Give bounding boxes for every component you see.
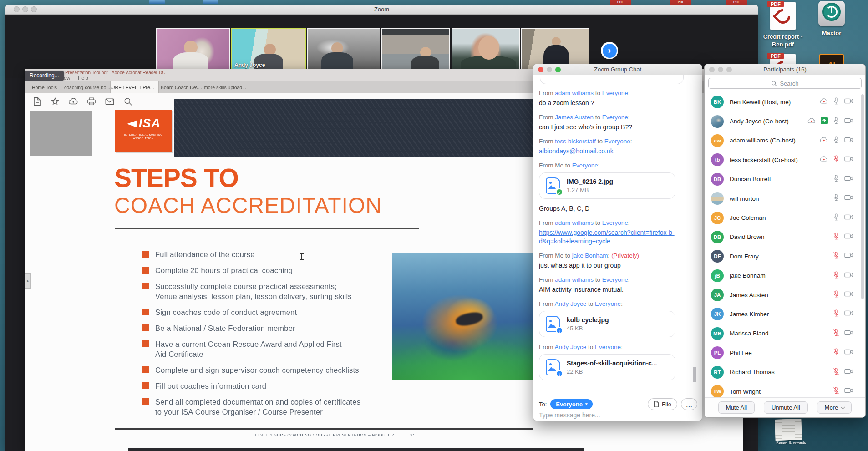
close-button[interactable] — [538, 67, 543, 72]
close-button[interactable] — [709, 67, 715, 72]
mic-muted-icon[interactable] — [833, 290, 839, 300]
mic-icon[interactable] — [833, 213, 839, 223]
camera-icon[interactable] — [844, 117, 853, 126]
window-controls[interactable] — [538, 67, 561, 72]
participant-row[interactable]: JKJames Kimber — [705, 304, 861, 324]
participant-row[interactable]: BKBen Kewell (Host, me) — [705, 92, 861, 111]
more-button[interactable]: More — [817, 401, 852, 414]
participant-row[interactable]: RTRichard Thomas — [705, 362, 861, 381]
window-controls[interactable] — [709, 67, 732, 72]
desktop-icon-maxtor[interactable]: Maxtor — [807, 1, 857, 37]
camera-icon[interactable] — [844, 175, 853, 183]
scrollbar-thumb[interactable] — [693, 367, 696, 382]
menu-help[interactable]: Help — [78, 75, 88, 81]
acrobat-tab-3[interactable]: SURF LEVEL 1 Pre...× — [111, 81, 159, 93]
mic-muted-icon[interactable] — [833, 251, 839, 261]
print-icon[interactable] — [86, 96, 97, 107]
chat-message-link[interactable]: albiondays@hotmail.co.uk — [539, 147, 690, 156]
video-tile[interactable] — [156, 28, 230, 71]
link-line[interactable]: albiondays@hotmail.co.uk — [539, 147, 690, 156]
camera-icon[interactable] — [844, 291, 853, 299]
nav-pane-toggle[interactable]: ▸ — [25, 273, 31, 289]
participant-row[interactable]: will morton — [705, 189, 861, 208]
camera-icon[interactable] — [844, 349, 853, 357]
recipient-dropdown[interactable]: Everyone▾ — [550, 399, 593, 409]
camera-icon[interactable] — [844, 310, 853, 318]
chat-title-bar[interactable]: Zoom Group Chat — [533, 64, 702, 75]
camera-icon[interactable] — [844, 387, 853, 395]
more-options-button[interactable]: … — [681, 398, 697, 410]
participant-row[interactable]: jBjake Bonham — [705, 266, 861, 285]
participant-row[interactable]: PLPhil Lee — [705, 343, 861, 362]
camera-icon[interactable] — [844, 233, 853, 241]
link-line[interactable]: https://www.google.com/search?client=fir… — [539, 228, 690, 237]
acrobat-tab-1[interactable]: Home Tools — [25, 81, 64, 93]
video-tile[interactable] — [307, 28, 380, 71]
camera-icon[interactable] — [844, 329, 853, 338]
camera-icon[interactable] — [844, 156, 853, 164]
link-line[interactable]: d&q=kolb+learning+cycle — [539, 237, 690, 246]
mic-muted-icon[interactable] — [833, 367, 839, 377]
camera-icon[interactable] — [844, 214, 853, 222]
participant-row[interactable]: DBDuncan Borrett — [705, 170, 861, 189]
scrollbar-thumb[interactable] — [861, 94, 864, 299]
participant-row[interactable]: JAJames Austen — [705, 285, 861, 304]
file-button[interactable]: File — [648, 398, 677, 410]
file-attachment-card[interactable]: ✓IMG_0216 2.jpg1.27 MB — [539, 172, 675, 199]
zoom-button[interactable] — [555, 67, 561, 72]
camera-icon[interactable] — [844, 252, 853, 260]
mic-muted-icon[interactable] — [833, 309, 839, 319]
background-pdf-window-tab[interactable]: PDF — [670, 0, 691, 5]
video-tile[interactable] — [452, 28, 520, 71]
mute-all-button[interactable]: Mute All — [718, 401, 755, 414]
star-icon[interactable] — [50, 96, 61, 107]
participant-row[interactable]: DFDom Frary — [705, 247, 861, 266]
chat-message-link[interactable]: https://www.google.com/search?client=fir… — [539, 228, 690, 246]
camera-icon[interactable] — [844, 137, 853, 145]
participant-row[interactable]: awadam williams (Co-host) — [705, 131, 861, 150]
camera-icon[interactable] — [844, 194, 853, 203]
mic-icon[interactable] — [833, 97, 839, 107]
mic-icon[interactable] — [833, 136, 839, 146]
minimize-button[interactable] — [547, 67, 552, 72]
minimize-button[interactable] — [22, 6, 28, 12]
window-controls[interactable] — [14, 6, 37, 12]
acrobat-tab-4[interactable]: Board Coach Dev... — [159, 81, 204, 93]
zoom-button[interactable] — [31, 6, 37, 12]
camera-icon[interactable] — [844, 272, 853, 280]
search-input[interactable]: Search — [708, 78, 862, 89]
mic-muted-icon[interactable] — [833, 386, 839, 396]
participant-row[interactable]: TWTom Wright — [705, 382, 861, 397]
camera-icon[interactable] — [844, 98, 853, 106]
search-icon[interactable] — [122, 96, 133, 107]
mic-muted-icon[interactable] — [833, 232, 839, 242]
unmute-all-button[interactable]: Unmute All — [764, 401, 808, 414]
file-attachment-card[interactable]: ↓kolb cycle.jpg45 KB — [539, 311, 675, 337]
background-pdf-window-tab[interactable]: PDF — [726, 0, 747, 5]
minimize-button[interactable] — [718, 67, 723, 72]
video-tile[interactable] — [381, 28, 450, 71]
mic-muted-icon[interactable] — [833, 155, 839, 165]
mic-muted-icon[interactable] — [833, 329, 839, 339]
background-pdf-window-tab[interactable]: PDF — [610, 0, 631, 5]
zoom-title-bar[interactable]: Zoom — [5, 5, 758, 15]
participant-row[interactable]: tbtess bickerstaff (Co-host) — [705, 150, 861, 169]
mic-muted-icon[interactable] — [833, 271, 839, 281]
video-tile-andy-joyce[interactable]: Andy Joyce — [231, 28, 306, 71]
message-input[interactable]: Type message here... — [539, 411, 600, 419]
participant-row[interactable]: MBMarissa Bland — [705, 324, 861, 343]
camera-icon[interactable] — [844, 368, 853, 376]
close-button[interactable] — [14, 6, 20, 12]
participants-title-bar[interactable]: Participants (16) — [705, 64, 865, 75]
zoom-button[interactable] — [726, 67, 732, 72]
mic-icon[interactable] — [833, 193, 839, 203]
participant-row[interactable]: DBDavid Brown — [705, 228, 861, 247]
next-page-videos-button[interactable]: › — [601, 42, 618, 59]
desktop-icon-credit-report-[interactable]: PDFCredit report -Ben.pdf — [758, 2, 808, 48]
participant-row[interactable]: JCJoe Coleman — [705, 208, 861, 227]
acrobat-tab-5[interactable]: more skills upload... — [204, 81, 246, 93]
page-icon[interactable] — [31, 96, 42, 107]
participant-row[interactable]: Andy Joyce (Co-host) — [705, 111, 861, 131]
acrobat-tab-2[interactable]: coaching-course-bo... — [64, 81, 111, 93]
envelope-icon[interactable] — [104, 96, 115, 107]
